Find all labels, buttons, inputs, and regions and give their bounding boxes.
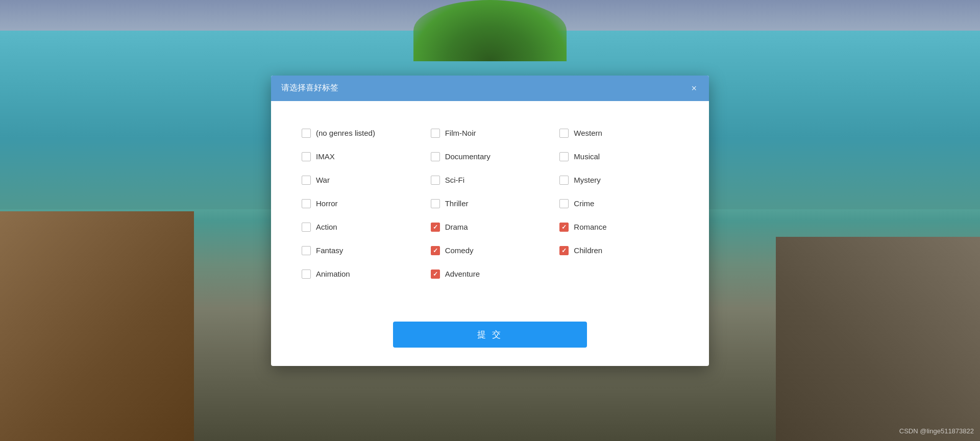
genre-label-comedy: Comedy <box>445 246 474 255</box>
genre-label-film-noir: Film-Noir <box>445 129 476 137</box>
checkbox-no-genres[interactable] <box>302 129 311 138</box>
submit-button[interactable]: 提 交 <box>393 322 587 348</box>
genre-label-western: Western <box>574 129 602 137</box>
genre-label-action: Action <box>316 223 337 231</box>
genre-item-children[interactable]: Children <box>554 239 683 262</box>
checkbox-film-noir[interactable] <box>431 129 440 138</box>
dialog-close-button[interactable]: × <box>689 83 699 94</box>
checkbox-children[interactable] <box>559 246 569 255</box>
genre-item-action[interactable]: Action <box>297 215 426 239</box>
checkbox-animation[interactable] <box>302 270 311 279</box>
genre-item-crime[interactable]: Crime <box>554 192 683 215</box>
genre-label-animation: Animation <box>316 270 350 278</box>
genre-label-crime: Crime <box>574 199 594 208</box>
checkbox-western[interactable] <box>559 129 569 138</box>
genre-item-horror[interactable]: Horror <box>297 192 426 215</box>
dialog-title: 请选择喜好标签 <box>281 83 338 93</box>
genre-label-adventure: Adventure <box>445 270 480 278</box>
genre-label-imax: IMAX <box>316 152 335 161</box>
checkbox-thriller[interactable] <box>431 199 440 208</box>
genre-label-drama: Drama <box>445 223 468 231</box>
dialog-footer: 提 交 <box>271 322 709 366</box>
genre-item-film-noir[interactable]: Film-Noir <box>426 121 555 145</box>
checkbox-sci-fi[interactable] <box>431 176 440 185</box>
checkbox-comedy[interactable] <box>431 246 440 255</box>
genre-label-war: War <box>316 176 330 184</box>
genre-item-fantasy[interactable]: Fantasy <box>297 239 426 262</box>
genre-item-drama[interactable]: Drama <box>426 215 555 239</box>
genre-label-children: Children <box>574 246 602 255</box>
genre-item-imax[interactable]: IMAX <box>297 145 426 168</box>
checkbox-musical[interactable] <box>559 152 569 161</box>
checkbox-adventure[interactable] <box>431 270 440 279</box>
checkbox-mystery[interactable] <box>559 176 569 185</box>
checkbox-fantasy[interactable] <box>302 246 311 255</box>
checkbox-crime[interactable] <box>559 199 569 208</box>
checkbox-war[interactable] <box>302 176 311 185</box>
checkbox-horror[interactable] <box>302 199 311 208</box>
genre-label-mystery: Mystery <box>574 176 601 184</box>
genre-label-sci-fi: Sci-Fi <box>445 176 464 184</box>
genre-item-war[interactable]: War <box>297 168 426 192</box>
genre-item-documentary[interactable]: Documentary <box>426 145 555 168</box>
genre-item-animation[interactable]: Animation <box>297 262 426 286</box>
genre-item-romance[interactable]: Romance <box>554 215 683 239</box>
genre-item-sci-fi[interactable]: Sci-Fi <box>426 168 555 192</box>
genre-item-no-genres[interactable]: (no genres listed) <box>297 121 426 145</box>
genre-label-thriller: Thriller <box>445 199 469 208</box>
genre-item-comedy[interactable]: Comedy <box>426 239 555 262</box>
genre-label-musical: Musical <box>574 152 600 161</box>
genre-label-horror: Horror <box>316 199 338 208</box>
genre-item-thriller[interactable]: Thriller <box>426 192 555 215</box>
genre-label-documentary: Documentary <box>445 152 491 161</box>
genre-label-fantasy: Fantasy <box>316 246 343 255</box>
checkbox-romance[interactable] <box>559 223 569 232</box>
genre-grid: (no genres listed)Film-NoirWesternIMAXDo… <box>297 121 683 286</box>
genre-label-no-genres: (no genres listed) <box>316 129 375 137</box>
genre-item-adventure[interactable]: Adventure <box>426 262 555 286</box>
dialog-header: 请选择喜好标签 × <box>271 76 709 101</box>
checkbox-documentary[interactable] <box>431 152 440 161</box>
modal-overlay: 请选择喜好标签 × (no genres listed)Film-NoirWes… <box>0 0 980 441</box>
watermark: CSDN @linge511873822 <box>899 427 974 435</box>
checkbox-action[interactable] <box>302 223 311 232</box>
genre-item-western[interactable]: Western <box>554 121 683 145</box>
checkbox-drama[interactable] <box>431 223 440 232</box>
genre-item-mystery[interactable]: Mystery <box>554 168 683 192</box>
dialog: 请选择喜好标签 × (no genres listed)Film-NoirWes… <box>271 76 709 366</box>
genre-label-romance: Romance <box>574 223 606 231</box>
checkbox-imax[interactable] <box>302 152 311 161</box>
genre-item-musical[interactable]: Musical <box>554 145 683 168</box>
dialog-body: (no genres listed)Film-NoirWesternIMAXDo… <box>271 101 709 322</box>
